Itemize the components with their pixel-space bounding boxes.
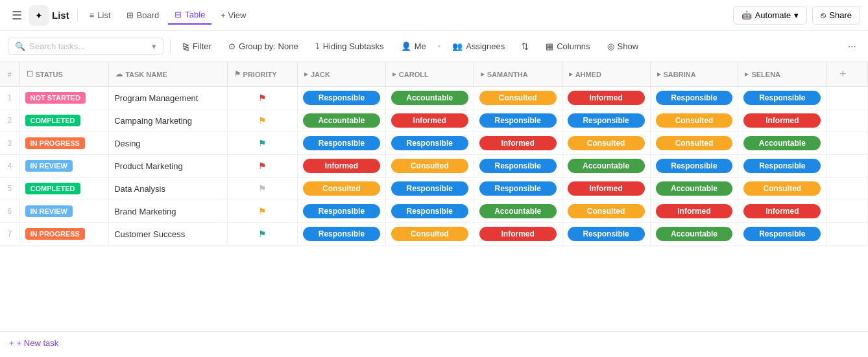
row-status-7[interactable]: IN PROGRESS: [19, 223, 109, 246]
row-jack-4[interactable]: Informed: [297, 155, 385, 178]
status-badge[interactable]: COMPLETED: [25, 183, 80, 194]
more-options-button[interactable]: ···: [844, 38, 860, 55]
role-badge-ahmed[interactable]: Informed: [568, 181, 645, 196]
status-badge[interactable]: IN PROGRESS: [25, 137, 85, 149]
row-ahmed-7[interactable]: Responsible: [562, 223, 650, 246]
row-jack-7[interactable]: Responsible: [297, 223, 385, 246]
role-badge-ahmed[interactable]: Responsible: [568, 227, 645, 241]
role-badge-samantha[interactable]: Informed: [479, 136, 557, 150]
role-badge-selena[interactable]: Informed: [743, 204, 821, 218]
role-badge-selena[interactable]: Consulted: [743, 181, 821, 196]
status-badge[interactable]: IN REVIEW: [25, 160, 73, 172]
status-badge[interactable]: NOT STARTED: [25, 92, 86, 104]
row-priority-7[interactable]: ⚑: [227, 223, 297, 246]
role-badge-caroll[interactable]: Accountable: [391, 91, 468, 105]
row-ahmed-2[interactable]: Responsible: [562, 109, 650, 132]
row-status-5[interactable]: COMPLETED: [19, 178, 109, 200]
role-badge-jack[interactable]: Informed: [303, 159, 380, 173]
role-badge-samantha[interactable]: Responsible: [479, 159, 557, 173]
role-badge-ahmed[interactable]: Accountable: [568, 159, 645, 173]
row-selena-1[interactable]: Responsible: [738, 87, 826, 109]
role-badge-samantha[interactable]: Consulted: [479, 91, 557, 105]
row-samantha-3[interactable]: Informed: [474, 132, 562, 155]
role-badge-ahmed[interactable]: Informed: [568, 91, 645, 105]
row-priority-2[interactable]: ⚑: [227, 109, 297, 132]
role-badge-caroll[interactable]: Informed: [391, 113, 468, 128]
row-caroll-6[interactable]: Responsible: [385, 200, 474, 223]
row-selena-6[interactable]: Informed: [738, 200, 826, 223]
row-ahmed-3[interactable]: Consulted: [562, 132, 650, 155]
add-task-footer[interactable]: + + New task: [0, 331, 868, 354]
filter-button[interactable]: ⧎ Filter: [177, 39, 217, 54]
role-badge-sabrina[interactable]: Consulted: [656, 136, 733, 150]
role-badge-caroll[interactable]: Responsible: [391, 181, 468, 196]
row-caroll-3[interactable]: Responsible: [385, 132, 474, 155]
automate-button[interactable]: 🤖 Automate ▾: [733, 6, 808, 25]
role-badge-selena[interactable]: Responsible: [743, 227, 821, 241]
row-status-3[interactable]: IN PROGRESS: [19, 132, 109, 155]
row-status-6[interactable]: IN REVIEW: [19, 200, 109, 223]
row-ahmed-4[interactable]: Accountable: [562, 155, 650, 178]
row-status-4[interactable]: IN REVIEW: [19, 155, 109, 178]
role-badge-jack[interactable]: Responsible: [303, 204, 380, 218]
role-badge-samantha[interactable]: Responsible: [479, 181, 557, 196]
role-badge-samantha[interactable]: Accountable: [479, 204, 557, 218]
row-priority-5[interactable]: ⚑: [227, 178, 297, 200]
tab-add-view[interactable]: + View: [214, 6, 252, 24]
tab-board[interactable]: ⊞ Board: [120, 6, 166, 24]
row-ahmed-1[interactable]: Informed: [562, 87, 650, 109]
row-samantha-6[interactable]: Accountable: [474, 200, 562, 223]
role-badge-selena[interactable]: Responsible: [743, 91, 821, 105]
row-selena-3[interactable]: Accountable: [738, 132, 826, 155]
row-caroll-7[interactable]: Consulted: [385, 223, 474, 246]
role-badge-ahmed[interactable]: Responsible: [568, 113, 645, 128]
role-badge-selena[interactable]: Responsible: [743, 159, 821, 173]
role-badge-samantha[interactable]: Responsible: [479, 113, 557, 128]
role-badge-jack[interactable]: Responsible: [303, 227, 380, 241]
row-samantha-1[interactable]: Consulted: [474, 87, 562, 109]
row-priority-6[interactable]: ⚑: [227, 200, 297, 223]
row-sabrina-3[interactable]: Consulted: [650, 132, 738, 155]
role-badge-selena[interactable]: Informed: [743, 113, 821, 128]
row-priority-4[interactable]: ⚑: [227, 155, 297, 178]
row-status-2[interactable]: COMPLETED: [19, 109, 109, 132]
row-sabrina-5[interactable]: Accountable: [650, 178, 738, 200]
row-priority-1[interactable]: ⚑: [227, 87, 297, 109]
row-jack-2[interactable]: Accountable: [297, 109, 385, 132]
row-caroll-2[interactable]: Informed: [385, 109, 474, 132]
row-selena-5[interactable]: Consulted: [738, 178, 826, 200]
row-caroll-4[interactable]: Consulted: [385, 155, 474, 178]
row-jack-5[interactable]: Consulted: [297, 178, 385, 200]
columns-button[interactable]: ▦ Columns: [540, 39, 595, 54]
hamburger-button[interactable]: ☰: [8, 5, 26, 27]
row-sabrina-1[interactable]: Responsible: [650, 87, 738, 109]
role-badge-selena[interactable]: Accountable: [743, 136, 821, 150]
role-badge-sabrina[interactable]: Informed: [656, 204, 733, 218]
role-badge-jack[interactable]: Accountable: [303, 113, 380, 128]
row-priority-3[interactable]: ⚑: [227, 132, 297, 155]
row-ahmed-6[interactable]: Consulted: [562, 200, 650, 223]
add-column-button[interactable]: +: [833, 67, 852, 81]
role-badge-caroll[interactable]: Consulted: [391, 159, 468, 173]
row-sabrina-4[interactable]: Responsible: [650, 155, 738, 178]
group-by-button[interactable]: ⊙ Group by: None: [223, 39, 304, 54]
row-samantha-4[interactable]: Responsible: [474, 155, 562, 178]
role-badge-caroll[interactable]: Responsible: [391, 204, 468, 218]
row-jack-6[interactable]: Responsible: [297, 200, 385, 223]
role-badge-sabrina[interactable]: Responsible: [656, 91, 733, 105]
role-badge-samantha[interactable]: Informed: [479, 227, 557, 241]
me-button[interactable]: 👤 Me: [396, 39, 431, 54]
role-badge-caroll[interactable]: Responsible: [391, 136, 468, 150]
role-badge-jack[interactable]: Responsible: [303, 136, 380, 150]
share-button[interactable]: ⎋ Share: [812, 6, 860, 25]
status-badge[interactable]: IN REVIEW: [25, 205, 73, 217]
row-samantha-2[interactable]: Responsible: [474, 109, 562, 132]
status-badge[interactable]: COMPLETED: [25, 115, 80, 126]
row-jack-1[interactable]: Responsible: [297, 87, 385, 109]
role-badge-sabrina[interactable]: Consulted: [656, 113, 733, 128]
row-selena-4[interactable]: Responsible: [738, 155, 826, 178]
role-badge-sabrina[interactable]: Responsible: [656, 159, 733, 173]
role-badge-sabrina[interactable]: Accountable: [656, 181, 733, 196]
role-badge-caroll[interactable]: Consulted: [391, 227, 468, 241]
row-jack-3[interactable]: Responsible: [297, 132, 385, 155]
